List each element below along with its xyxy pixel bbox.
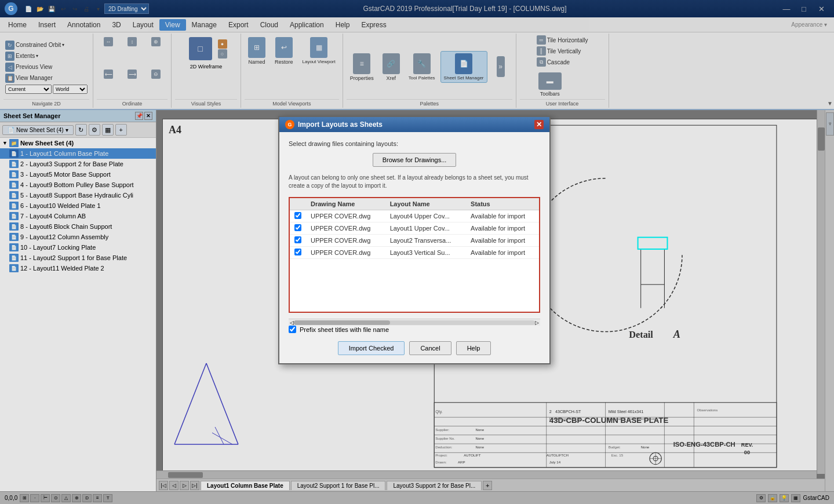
row4-drawing: UPPER COVER.dwg <box>306 247 385 259</box>
row1-drawing: UPPER COVER.dwg <box>306 210 385 222</box>
browse-drawings-btn[interactable]: Browse for Drawings... <box>373 153 457 167</box>
modal-buttons: Import Checked Cancel Help <box>289 341 540 355</box>
scroll-thumb[interactable] <box>294 320 390 325</box>
modal-logo: G <box>285 120 294 129</box>
col-status: Status <box>466 198 539 210</box>
modal-scrollbar[interactable]: ◁ ▷ <box>289 319 540 326</box>
row3-status: Available for import <box>466 235 539 247</box>
modal-import-layouts: G Import Layouts as Sheets ✕ Select draw… <box>278 116 551 364</box>
row4-checkbox[interactable] <box>294 249 301 255</box>
scroll-right-btn[interactable]: ▷ <box>535 320 539 326</box>
modal-overlay: G Import Layouts as Sheets ✕ Select draw… <box>0 0 834 504</box>
row3-checkbox[interactable] <box>294 236 301 243</box>
modal-note: A layout can belong to only one sheet se… <box>289 174 540 190</box>
modal-body: Select drawing files containing layouts:… <box>279 132 549 363</box>
modal-prefix-row: Prefix sheet titles with file name <box>289 326 540 333</box>
row2-checkbox[interactable] <box>294 224 301 231</box>
table-body: UPPER COVER.dwg Layout4 Upper Cov... Ava… <box>290 210 539 259</box>
scroll-left-btn[interactable]: ◁ <box>290 320 294 326</box>
row3-layout: Layout2 Transversa... <box>385 235 466 247</box>
help-btn[interactable]: Help <box>456 341 491 355</box>
modal-instruction: Select drawing files containing layouts: <box>289 140 540 147</box>
prefix-label: Prefix sheet titles with file name <box>300 326 389 333</box>
row1-checkbox[interactable] <box>294 212 301 219</box>
row3-drawing: UPPER COVER.dwg <box>306 235 385 247</box>
table-row: UPPER COVER.dwg Layout4 Upper Cov... Ava… <box>290 210 539 222</box>
table-header-row: Drawing Name Layout Name Status <box>290 198 539 210</box>
modal-title-bar: G Import Layouts as Sheets ✕ <box>279 117 549 132</box>
col-check <box>290 198 306 210</box>
modal-title-left: G Import Layouts as Sheets <box>285 120 383 129</box>
row1-status: Available for import <box>466 210 539 222</box>
col-layout: Layout Name <box>385 198 466 210</box>
row2-drawing: UPPER COVER.dwg <box>306 222 385 235</box>
modal-table-wrapper: Drawing Name Layout Name Status UPPER CO… <box>289 197 540 313</box>
table-row: UPPER COVER.dwg Layout3 Vertical Su... A… <box>290 247 539 259</box>
row4-status: Available for import <box>466 247 539 259</box>
row2-status: Available for import <box>466 222 539 235</box>
modal-title-text: Import Layouts as Sheets <box>298 120 383 129</box>
import-checked-btn[interactable]: Import Checked <box>338 341 405 355</box>
row2-layout: Layout1 Upper Cov... <box>385 222 466 235</box>
prefix-checkbox[interactable] <box>289 326 296 333</box>
table-row: UPPER COVER.dwg Layout2 Transversa... Av… <box>290 235 539 247</box>
table-row: UPPER COVER.dwg Layout1 Upper Cov... Ava… <box>290 222 539 235</box>
cancel-btn[interactable]: Cancel <box>409 341 451 355</box>
modal-close-btn[interactable]: ✕ <box>534 120 544 129</box>
scroll-track <box>294 320 535 325</box>
modal-table: Drawing Name Layout Name Status UPPER CO… <box>290 198 539 259</box>
row4-layout: Layout3 Vertical Su... <box>385 247 466 259</box>
col-drawing: Drawing Name <box>306 198 385 210</box>
row1-layout: Layout4 Upper Cov... <box>385 210 466 222</box>
